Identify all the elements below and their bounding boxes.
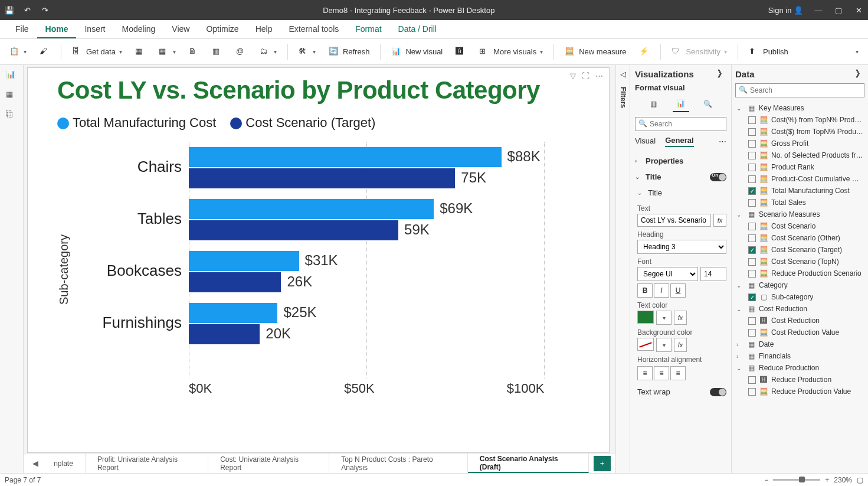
filter-icon[interactable]: ▽ — [570, 71, 576, 80]
data-search-input[interactable] — [735, 83, 864, 97]
field-row[interactable]: 🧮Total Sales — [735, 197, 864, 208]
bar[interactable]: 75K — [189, 168, 455, 188]
build-visual-tab-icon[interactable]: ▥ — [646, 96, 662, 112]
table-row[interactable]: ⌄▦Category — [735, 279, 864, 291]
field-row[interactable]: 🧮Cost Reduction Value — [735, 327, 864, 338]
menu-insert[interactable]: Insert — [76, 21, 113, 38]
undo-icon[interactable]: ↶ — [22, 5, 32, 15]
field-row[interactable]: 🧮Product Rank — [735, 161, 864, 173]
bar[interactable]: 20K — [189, 324, 260, 344]
menu-home[interactable]: Home — [37, 21, 77, 38]
new-measure-button[interactable]: 🧮New measure — [560, 44, 631, 60]
report-view-icon[interactable]: 📊 — [6, 70, 18, 81]
properties-section[interactable]: ›Properties — [635, 153, 726, 169]
menu-view[interactable]: View — [163, 21, 198, 38]
table-row[interactable]: ⌄▦Key Measures — [735, 102, 864, 114]
text-box-button[interactable]: 🅰 — [451, 44, 471, 60]
close-icon[interactable]: ✕ — [854, 5, 863, 15]
filters-expand-icon[interactable]: ◁ — [620, 70, 626, 79]
menu-externaltools[interactable]: External tools — [280, 21, 347, 38]
bar[interactable]: 59K — [189, 220, 398, 240]
font-select[interactable]: Segoe UI — [637, 267, 698, 281]
italic-button[interactable]: I — [654, 283, 669, 298]
menu-file[interactable]: File — [7, 21, 37, 38]
tab-general[interactable]: General — [665, 136, 693, 147]
bar[interactable]: $31K — [189, 251, 299, 271]
bg-color-dropdown[interactable]: ▾ — [656, 338, 672, 352]
field-row[interactable]: 🧮Cost Scenario (TopN) — [735, 256, 864, 268]
menu-optimize[interactable]: Optimize — [198, 21, 247, 38]
field-row[interactable]: ✓🧮Cost Scenario (Target) — [735, 244, 864, 256]
refresh-button[interactable]: 🔄Refresh — [324, 44, 375, 60]
table-row[interactable]: ⌄▦Scenario Measures — [735, 208, 864, 220]
get-data-button[interactable]: 🗄Get data▾ — [67, 44, 127, 60]
page-tab[interactable]: Cost Scenario Analysis (Draft) — [468, 454, 589, 473]
report-canvas[interactable]: ▽ ⛶ ⋯ Cost LY vs. Scenario by Product Ca… — [27, 67, 610, 453]
dataverse-button[interactable]: @ — [231, 44, 251, 60]
save-icon[interactable]: 💾 — [5, 5, 14, 15]
title-toggle[interactable] — [710, 173, 726, 181]
title-subsection[interactable]: ⌄Title — [637, 185, 726, 201]
add-page-button[interactable]: + — [594, 456, 611, 471]
bold-button[interactable]: B — [637, 283, 653, 298]
align-left-button[interactable]: ≡ — [637, 366, 653, 380]
fit-page-button[interactable]: ▢ — [857, 476, 863, 484]
title-fx-button[interactable]: fx — [713, 214, 726, 227]
quick-measure-button[interactable]: ⚡ — [634, 44, 654, 60]
table-row[interactable]: ›▦Date — [735, 338, 864, 350]
align-right-button[interactable]: ≡ — [670, 366, 686, 380]
page-tab[interactable]: nplate — [42, 454, 86, 473]
zoom-in-button[interactable]: + — [825, 476, 829, 484]
minimize-icon[interactable]: — — [814, 5, 823, 15]
focus-mode-icon[interactable]: ⛶ — [582, 71, 589, 80]
font-size-input[interactable] — [700, 267, 726, 281]
title-text-input[interactable] — [637, 214, 711, 227]
table-row[interactable]: ⌄▦Cost Reduction — [735, 303, 864, 315]
text-color-fx-button[interactable]: fx — [674, 311, 687, 325]
field-row[interactable]: 🧮Cost Scenario (Other) — [735, 232, 864, 244]
field-row[interactable]: 🧮Reduce Production Scenario — [735, 268, 864, 279]
viz-more-icon[interactable]: ⋯ — [719, 137, 726, 146]
paste-button[interactable]: 📋▾ — [5, 44, 31, 60]
viz-search-input[interactable] — [635, 117, 726, 131]
format-visual-tab-icon[interactable]: 📊 — [673, 96, 689, 112]
enter-data-button[interactable]: ▥ — [208, 44, 228, 60]
page-tab[interactable]: Top N Product Costs : Pareto Analysis — [329, 454, 467, 473]
field-row[interactable]: 🧮No. of Selected Products fro… — [735, 149, 864, 161]
excel-source-button[interactable]: ▦ — [130, 44, 150, 60]
text-wrap-row[interactable]: Text wrap — [637, 384, 726, 400]
viz-collapse-icon[interactable]: 》 — [718, 69, 726, 80]
menu-format[interactable]: Format — [347, 21, 389, 38]
zoom-slider[interactable] — [773, 479, 820, 481]
new-visual-button[interactable]: 📊New visual — [386, 44, 447, 60]
sql-source-button[interactable]: 🗎 — [184, 44, 204, 60]
align-center-button[interactable]: ≡ — [654, 366, 669, 380]
model-view-icon[interactable]: ⿻ — [6, 110, 18, 122]
heading-select[interactable]: Heading 3 — [637, 240, 726, 254]
table-row[interactable]: ⌄▦Reduce Production — [735, 362, 864, 374]
redo-icon[interactable]: ↷ — [40, 5, 50, 15]
field-row[interactable]: 🧮Cost(%) from TopN% Products — [735, 114, 864, 126]
title-section[interactable]: ⌄Title — [635, 169, 726, 185]
data-hub-button[interactable]: ▦▾ — [154, 44, 181, 60]
filters-rail[interactable]: ◁ Filters — [615, 65, 630, 473]
field-row[interactable]: ✓🧮Total Manufacturing Cost — [735, 185, 864, 197]
bar[interactable]: $88K — [189, 147, 502, 167]
bar[interactable]: $69K — [189, 199, 434, 219]
field-row[interactable]: 🧮Reduce Production Value — [735, 386, 864, 397]
field-row[interactable]: 🧮Cost Scenario — [735, 220, 864, 232]
more-options-icon[interactable]: ⋯ — [595, 71, 603, 80]
data-collapse-icon[interactable]: 》 — [856, 69, 864, 80]
field-row[interactable]: 🅷Reduce Production — [735, 374, 864, 386]
table-row[interactable]: ›▦Financials — [735, 350, 864, 362]
text-color-swatch[interactable] — [637, 311, 654, 324]
wrap-toggle[interactable] — [710, 388, 726, 396]
tab-visual[interactable]: Visual — [635, 136, 656, 146]
transform-data-button[interactable]: 🛠▾ — [294, 44, 320, 60]
field-row[interactable]: 🅷Cost Reduction — [735, 315, 864, 327]
publish-button[interactable]: ⬆Publish — [744, 44, 793, 60]
analytics-tab-icon[interactable]: 🔍 — [700, 96, 716, 112]
bg-color-fx-button[interactable]: fx — [674, 338, 687, 352]
recent-sources-button[interactable]: 🗂▾ — [255, 44, 281, 60]
format-painter-button[interactable]: 🖌 — [35, 44, 55, 60]
